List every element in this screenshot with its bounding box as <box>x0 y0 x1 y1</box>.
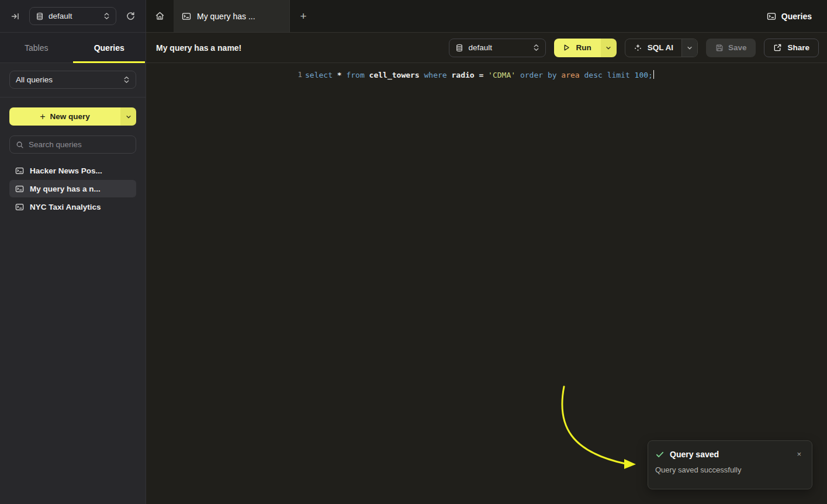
updown-chevron-icon <box>123 76 130 84</box>
run-button[interactable]: Run <box>554 39 616 57</box>
save-icon <box>715 44 724 52</box>
toast-message: Query saved successfully <box>655 465 805 474</box>
home-button[interactable] <box>146 0 174 32</box>
sparkle-icon <box>634 43 642 52</box>
share-icon <box>773 43 782 52</box>
search-queries-box <box>9 135 136 154</box>
new-query-dropdown-button[interactable] <box>120 107 136 126</box>
query-item-label: My query has a n... <box>30 185 101 193</box>
tab-tables[interactable]: Tables <box>0 33 73 62</box>
search-icon <box>16 141 24 149</box>
database-icon <box>36 12 44 20</box>
play-icon <box>563 44 570 51</box>
save-label: Save <box>728 43 747 52</box>
run-dropdown-button[interactable] <box>601 39 617 57</box>
refresh-icon[interactable] <box>122 8 139 25</box>
tab-my-query[interactable]: My query has ... <box>174 0 290 32</box>
new-query-button[interactable]: + New query <box>9 107 136 126</box>
database-selector-value: default <box>49 12 99 20</box>
run-database-selector[interactable]: default <box>449 39 546 57</box>
line-number: 1 <box>146 70 305 79</box>
query-toolbar: My query has a name! default <box>146 33 827 63</box>
query-filter-section: All queries <box>0 63 146 98</box>
run-database-value: default <box>468 43 528 52</box>
collapse-sidebar-icon[interactable] <box>7 8 23 25</box>
sql-editor[interactable]: 1 select * from cell_towers where radio … <box>146 63 827 504</box>
text-cursor <box>653 70 655 79</box>
tab-tables-label: Tables <box>25 43 48 53</box>
queries-panel-button[interactable]: Queries <box>760 0 827 32</box>
sql-code-line[interactable]: 1 select * from cell_towers where radio … <box>146 70 654 79</box>
plus-icon: + <box>300 10 306 23</box>
updown-chevron-icon <box>533 44 539 51</box>
share-button[interactable]: Share <box>764 39 819 57</box>
query-item-label: NYC Taxi Analytics <box>30 203 101 211</box>
toolbar-actions: default Run <box>449 39 819 57</box>
tabbar-spacer <box>317 0 760 32</box>
new-tab-button[interactable]: + <box>290 0 317 32</box>
queries-icon <box>767 12 776 21</box>
new-query-button-main[interactable]: + New query <box>9 107 120 126</box>
run-label: Run <box>576 43 591 52</box>
sql-ai-dropdown-button[interactable] <box>681 39 697 57</box>
toast-query-saved: Query saved × Query saved successfully <box>648 440 812 489</box>
share-label: Share <box>787 43 809 52</box>
plus-icon: + <box>40 112 45 122</box>
sql-ai-button-main[interactable]: SQL AI <box>625 39 681 57</box>
sql-ai-button[interactable]: SQL AI <box>625 39 698 57</box>
query-icon <box>15 166 24 175</box>
sidebar: All queries + New query <box>0 63 146 504</box>
query-item-label: Hacker News Pos... <box>30 166 102 175</box>
sql-code[interactable]: select * from cell_towers where radio = … <box>305 70 654 79</box>
query-title: My query has a name! <box>156 43 241 53</box>
new-query-label: New query <box>50 112 90 121</box>
toast-close-icon[interactable]: × <box>793 449 805 459</box>
query-list-item[interactable]: NYC Taxi Analytics <box>9 198 136 215</box>
query-list-section: + New query <box>0 98 146 216</box>
toast-title: Query saved <box>670 450 788 459</box>
queries-button-label: Queries <box>781 12 812 21</box>
query-filter-select[interactable]: All queries <box>9 71 136 89</box>
tab-queries[interactable]: Queries <box>73 33 146 62</box>
query-icon <box>182 12 191 21</box>
query-filter-value: All queries <box>16 75 119 84</box>
check-icon <box>655 450 665 459</box>
run-button-main[interactable]: Run <box>554 39 600 57</box>
search-queries-input[interactable] <box>29 140 130 149</box>
query-list-item-active[interactable]: My query has a n... <box>9 180 136 197</box>
sql-ai-label: SQL AI <box>648 43 673 52</box>
main-tabbar: My query has ... + Queries <box>146 0 827 33</box>
query-icon <box>15 185 24 193</box>
updown-chevron-icon <box>103 12 110 20</box>
sql-console-app: default Tables Queries All queries <box>0 0 827 504</box>
toast-header: Query saved × <box>655 449 805 459</box>
tab-queries-label: Queries <box>94 43 124 53</box>
home-icon <box>155 11 165 21</box>
query-list-item[interactable]: Hacker News Pos... <box>9 162 136 179</box>
database-selector[interactable]: default <box>29 7 116 25</box>
save-button[interactable]: Save <box>706 39 756 57</box>
sidebar-tabs: Tables Queries <box>0 33 146 63</box>
query-icon <box>15 203 24 211</box>
tab-label: My query has ... <box>197 12 255 21</box>
database-icon <box>455 44 463 52</box>
sidebar-header: default <box>0 0 146 33</box>
annotation-arrow <box>146 63 827 504</box>
